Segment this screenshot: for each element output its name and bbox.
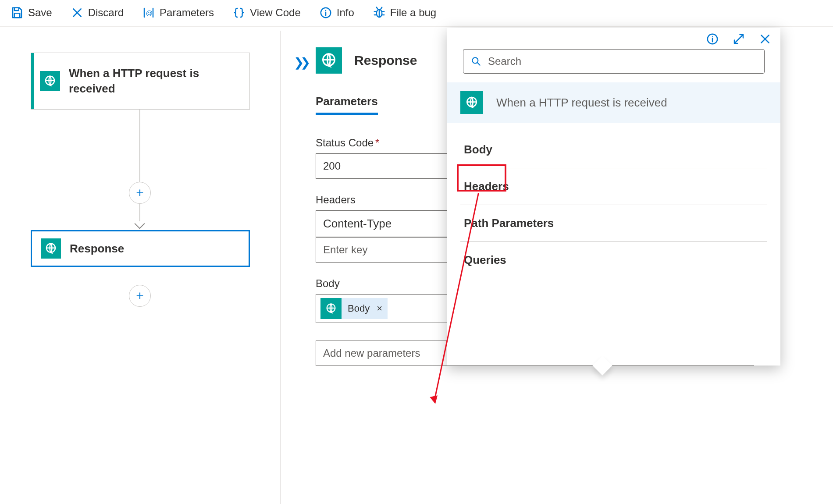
- discard-label: Discard: [88, 7, 124, 19]
- svg-point-7: [472, 57, 478, 63]
- trigger-node[interactable]: When a HTTP request is received: [31, 53, 250, 110]
- dynamic-search-input[interactable]: Search: [463, 49, 765, 74]
- tab-parameters[interactable]: Parameters: [316, 95, 378, 115]
- info-icon: [319, 6, 332, 19]
- designer-toolbar: Save Discard @ Parameters View Code Info…: [0, 0, 833, 27]
- popup-info-icon[interactable]: [706, 32, 719, 46]
- annotation-highlight: [457, 164, 506, 192]
- parameters-button[interactable]: @ Parameters: [140, 4, 216, 22]
- parameters-icon: @: [142, 6, 155, 19]
- connector-line: [139, 110, 140, 221]
- context-icon: [460, 91, 483, 114]
- svg-rect-1: [14, 8, 19, 11]
- parameters-label: Parameters: [160, 7, 214, 19]
- response-node-title: Response: [70, 242, 124, 256]
- response-node[interactable]: Response: [31, 230, 250, 267]
- http-request-icon: [40, 71, 60, 91]
- annotation-arrow-head: [430, 395, 439, 405]
- collapse-panel-icon[interactable]: ❯❯: [294, 55, 307, 70]
- context-title: When a HTTP request is received: [496, 96, 667, 110]
- info-label: Info: [337, 7, 354, 19]
- search-placeholder: Search: [488, 55, 521, 67]
- view-code-label: View Code: [250, 7, 301, 19]
- discard-button[interactable]: Discard: [69, 4, 125, 22]
- response-node-icon: [41, 238, 61, 259]
- dynamic-item-queries[interactable]: Queries: [460, 242, 767, 278]
- save-icon: [11, 6, 24, 19]
- file-bug-button[interactable]: File a bug: [371, 4, 438, 22]
- popup-expand-icon[interactable]: [732, 32, 745, 46]
- add-new-parameters-label: Add new parameters: [323, 347, 420, 359]
- view-code-button[interactable]: View Code: [231, 4, 303, 22]
- workflow-canvas: When a HTTP request is received + Respon…: [0, 31, 281, 504]
- dynamic-item-headers[interactable]: Headers: [460, 168, 767, 205]
- save-button[interactable]: Save: [9, 4, 54, 22]
- dynamic-item-path-parameters[interactable]: Path Parameters: [460, 205, 767, 242]
- body-token-icon: [320, 298, 342, 319]
- connector-arrow: [134, 218, 145, 229]
- add-step-button[interactable]: +: [129, 182, 151, 204]
- search-icon: [470, 56, 482, 67]
- svg-rect-2: [14, 13, 20, 18]
- dynamic-item-body[interactable]: Body: [460, 131, 767, 168]
- popup-close-icon[interactable]: [758, 32, 772, 46]
- info-button[interactable]: Info: [317, 4, 356, 22]
- panel-header-icon: [316, 47, 342, 74]
- dynamic-items-list: Body Headers Path Parameters Queries: [447, 123, 780, 278]
- node-accent: [31, 53, 34, 109]
- dynamic-context-header: When a HTTP request is received: [447, 82, 780, 123]
- dynamic-content-popup: Search When a HTTP request is received B…: [447, 28, 780, 366]
- body-token-remove[interactable]: ×: [376, 303, 388, 314]
- trigger-node-title: When a HTTP request is received: [69, 66, 241, 96]
- save-label: Save: [28, 7, 52, 19]
- panel-title: Response: [354, 53, 417, 68]
- bug-icon: [373, 6, 386, 19]
- body-token[interactable]: Body ×: [320, 298, 388, 319]
- braces-icon: [232, 6, 246, 19]
- file-bug-label: File a bug: [390, 7, 436, 19]
- add-step-button-2[interactable]: +: [129, 285, 151, 307]
- close-icon: [71, 6, 84, 19]
- svg-text:@: @: [146, 9, 153, 17]
- body-token-label: Body: [342, 303, 376, 314]
